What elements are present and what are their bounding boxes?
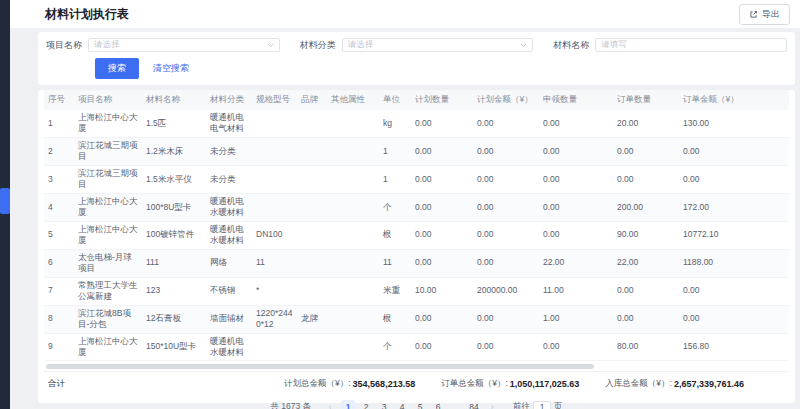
export-button[interactable]: 导出 — [739, 4, 790, 25]
table-cell: 1.00 — [539, 305, 613, 333]
table-cell: 0.00 — [679, 305, 789, 333]
topbar: 材料计划执行表 导出 — [10, 0, 800, 28]
table-cell: 个 — [379, 193, 411, 221]
table-cell: 未分类 — [206, 137, 252, 165]
summary-row: 合计 计划总金额（¥）: 354,568,213.58 订单总金额（¥）: 1,… — [44, 371, 789, 395]
table-cell: 个 — [379, 333, 411, 361]
pagination-total: 共 1673 条 — [270, 401, 311, 409]
table-cell: 1.5匹 — [142, 110, 206, 137]
main-area: 材料计划执行表 导出 项目名称 请选择 — [10, 0, 800, 409]
table-cell: 100镀锌管件 — [142, 221, 206, 249]
project-name-select[interactable]: 请选择 — [88, 38, 280, 52]
sidebar-scroll-indicator[interactable] — [0, 188, 10, 214]
table-cell: 0.00 — [539, 110, 613, 137]
table-cell: 0.00 — [539, 221, 613, 249]
table-cell — [252, 333, 297, 361]
table-row: 9上海松江中心大厦150*10U型卡暖通机电 水暖材料个0.000.000.00… — [44, 333, 789, 361]
goto-page-input[interactable] — [533, 401, 551, 409]
table-cell: 2 — [44, 137, 74, 165]
table-cell: 0.00 — [539, 333, 613, 361]
pagination-page-button[interactable]: 1 — [341, 400, 355, 409]
pagination-page-button[interactable]: 84 — [467, 400, 481, 409]
table-cell: 0.00 — [473, 333, 539, 361]
table-cell — [297, 221, 327, 249]
table-cell: 6 — [44, 249, 74, 277]
table-row: 5上海松江中心大厦100镀锌管件暖通机电 水暖材料DN100根0.000.000… — [44, 221, 789, 249]
table-cell: 米重 — [379, 277, 411, 305]
table-cell: 0.00 — [539, 165, 613, 193]
material-name-input[interactable]: 请填写 — [595, 38, 787, 52]
material-category-select[interactable]: 请选择 — [342, 38, 534, 52]
table-cell: 10772.10 — [679, 221, 789, 249]
filter-group-material: 材料名称 请填写 — [553, 38, 787, 52]
table-row: 8滨江花城8B项目-分包12石膏板墙面辅材1220*2440*12龙牌根0.00… — [44, 305, 789, 333]
table-cell: 200000.00 — [473, 277, 539, 305]
table-cell: 暖通机电 水暖材料 — [206, 221, 252, 249]
table-cell — [297, 277, 327, 305]
material-plan-table: 序号项目名称材料名称材料分类规格型号品牌其他属性单位计划数量计划金额（¥）申领数… — [44, 90, 789, 361]
table-cell: 0.00 — [473, 110, 539, 137]
table-cell — [252, 193, 297, 221]
column-header: 计划金额（¥） — [473, 90, 539, 110]
pagination-page-button[interactable]: 5 — [413, 400, 427, 409]
table-cell: 上海松江中心大厦 — [74, 333, 142, 361]
table-cell — [297, 333, 327, 361]
table-row: 2滨江花城三期项目1.2米木床未分类10.000.000.000.000.00 — [44, 137, 789, 165]
table-cell: 滨江花城8B项目-分包 — [74, 305, 142, 333]
table-cell: 5 — [44, 221, 74, 249]
pagination-page-button[interactable]: 3 — [377, 400, 391, 409]
table-cell: 10.00 — [411, 277, 473, 305]
pagination-page-button[interactable]: 2 — [359, 400, 373, 409]
horizontal-scrollbar-track — [46, 363, 787, 371]
order-total-amount: 订单总金额（¥）: 1,050,117,025.63 — [441, 378, 579, 390]
table-cell — [327, 110, 379, 137]
table-cell: 11.00 — [539, 277, 613, 305]
horizontal-scrollbar-thumb[interactable] — [46, 364, 594, 369]
table-cell: 22.00 — [539, 249, 613, 277]
pagination-goto: 前往 页 — [513, 401, 563, 409]
clear-search-button[interactable]: 清空搜索 — [153, 62, 189, 75]
pagination-page-button[interactable]: 4 — [395, 400, 409, 409]
summary-total-label: 合计 — [48, 378, 65, 390]
pagination-page-button[interactable]: 6 — [431, 400, 445, 409]
table-cell: 0.00 — [679, 137, 789, 165]
table-cell: 暖通机电 水暖材料 — [206, 193, 252, 221]
table-cell: 4 — [44, 193, 74, 221]
table-cell: 80.00 — [613, 333, 679, 361]
table-row: 1上海松江中心大厦1.5匹暖通机电 电气材料kg0.000.000.0020.0… — [44, 110, 789, 137]
column-header: 订单金额（¥） — [679, 90, 789, 110]
table-cell: 上海松江中心大厦 — [74, 221, 142, 249]
pagination-prev-button[interactable]: ‹ — [323, 400, 337, 409]
table-cell: 0.00 — [473, 249, 539, 277]
plan-total-amount: 计划总金额（¥）: 354,568,213.58 — [284, 378, 415, 390]
filter-group-project: 项目名称 请选择 — [46, 38, 280, 52]
content: 项目名称 请选择 材料分类 请选择 — [10, 28, 800, 409]
table-cell: 0.00 — [613, 277, 679, 305]
table-cell: 太仓电梯-月球项目 — [74, 249, 142, 277]
column-header: 材料分类 — [206, 90, 252, 110]
filter-panel: 项目名称 请选择 材料分类 请选择 — [38, 32, 795, 85]
pagination-pages: 123456...84 — [341, 400, 481, 409]
table-header-row: 序号项目名称材料名称材料分类规格型号品牌其他属性单位计划数量计划金额（¥）申领数… — [44, 90, 789, 110]
column-header: 材料名称 — [142, 90, 206, 110]
table-cell — [327, 249, 379, 277]
material-name-label: 材料名称 — [553, 39, 589, 52]
table-row: 7常熟理工大学生公寓新建123不锈钢*米重10.00200000.0011.00… — [44, 277, 789, 305]
table-cell: * — [252, 277, 297, 305]
table-cell: 暖通机电 电气材料 — [206, 110, 252, 137]
filter-actions: 搜索 清空搜索 — [46, 58, 787, 79]
column-header: 品牌 — [297, 90, 327, 110]
export-button-label: 导出 — [762, 8, 780, 21]
table-cell — [252, 137, 297, 165]
table-cell: 滨江花城三期项目 — [74, 165, 142, 193]
table-cell: 90.00 — [613, 221, 679, 249]
material-category-label: 材料分类 — [300, 39, 336, 52]
table-cell: 0.00 — [613, 305, 679, 333]
pagination-next-button[interactable]: › — [485, 400, 499, 409]
table-cell: 0.00 — [411, 110, 473, 137]
search-button[interactable]: 搜索 — [95, 58, 139, 79]
table-cell: 130.00 — [679, 110, 789, 137]
table-cell — [297, 249, 327, 277]
table-cell — [297, 165, 327, 193]
table-cell: 0.00 — [411, 165, 473, 193]
